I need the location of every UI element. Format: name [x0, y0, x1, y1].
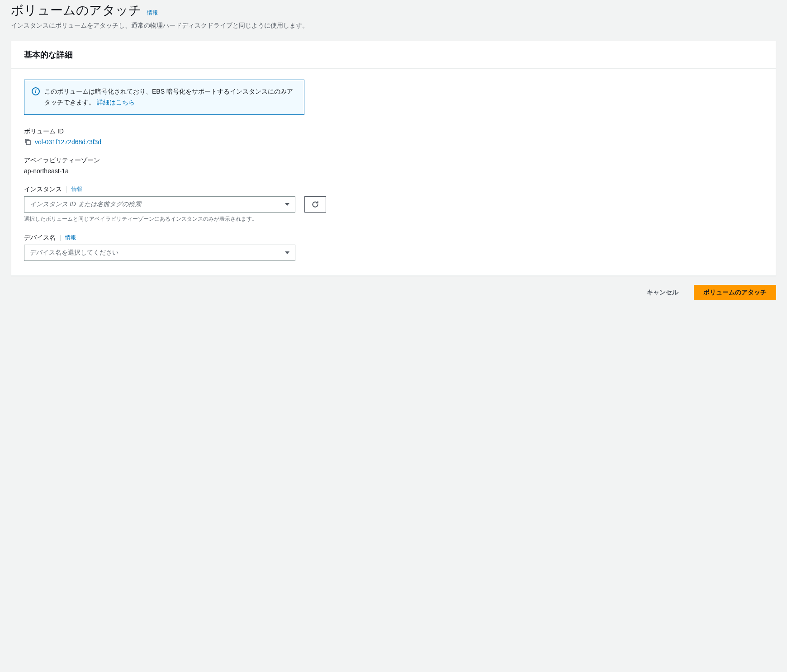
encryption-alert: i このボリュームは暗号化されており、EBS 暗号化をサポートするインスタンスに…	[24, 80, 304, 115]
az-label: アベイラビリティーゾーン	[24, 156, 100, 165]
device-info-link[interactable]: 情報	[65, 234, 76, 241]
divider	[60, 235, 61, 241]
instance-select-placeholder: インスタンス ID または名前タグの検索	[30, 200, 141, 208]
volume-id-field: ボリューム ID vol-031f1272d68d73f3d	[24, 128, 763, 146]
refresh-button[interactable]	[304, 196, 326, 213]
instance-label: インスタンス	[24, 185, 62, 194]
volume-id-value[interactable]: vol-031f1272d68d73f3d	[35, 138, 101, 146]
instance-select[interactable]: インスタンス ID または名前タグの検索	[24, 196, 295, 213]
refresh-icon	[311, 200, 319, 208]
chevron-down-icon	[285, 251, 289, 254]
instance-info-link[interactable]: 情報	[71, 185, 82, 193]
device-label: デバイス名	[24, 234, 56, 242]
page-title: ボリュームのアタッチ	[11, 2, 142, 19]
volume-id-label: ボリューム ID	[24, 128, 64, 136]
divider	[66, 186, 67, 193]
page-info-link[interactable]: 情報	[147, 9, 158, 17]
az-field: アベイラビリティーゾーン ap-northeast-1a	[24, 156, 763, 175]
info-icon: i	[32, 87, 40, 95]
details-panel: 基本的な詳細 i このボリュームは暗号化されており、EBS 暗号化をサポートする…	[11, 41, 776, 276]
cancel-button[interactable]: キャンセル	[638, 285, 687, 300]
chevron-down-icon	[285, 203, 289, 206]
instance-field: インスタンス 情報 インスタンス ID または名前タグの検索	[24, 185, 763, 223]
footer-actions: キャンセル ボリュームのアタッチ	[0, 276, 787, 309]
device-select[interactable]: デバイス名を選択してください	[24, 245, 295, 261]
copy-icon[interactable]	[24, 138, 31, 146]
device-field: デバイス名 情報 デバイス名を選択してください	[24, 234, 763, 261]
az-value: ap-northeast-1a	[24, 167, 763, 175]
attach-volume-button[interactable]: ボリュームのアタッチ	[694, 285, 776, 300]
alert-learn-more-link[interactable]: 詳細はこちら	[97, 99, 135, 106]
instance-help-text: 選択したボリュームと同じアベイラビリティーゾーンにあるインスタンスのみが表示され…	[24, 215, 763, 223]
page-header: ボリュームのアタッチ 情報 インスタンスにボリュームをアタッチし、通常の物理ハー…	[0, 0, 787, 41]
alert-text: このボリュームは暗号化されており、EBS 暗号化をサポートするインスタンスにのみ…	[44, 88, 293, 106]
panel-title: 基本的な詳細	[24, 49, 763, 60]
svg-rect-0	[26, 141, 30, 145]
device-select-placeholder: デバイス名を選択してください	[30, 249, 119, 257]
page-description: インスタンスにボリュームをアタッチし、通常の物理ハードディスクドライブと同じよう…	[11, 22, 776, 30]
